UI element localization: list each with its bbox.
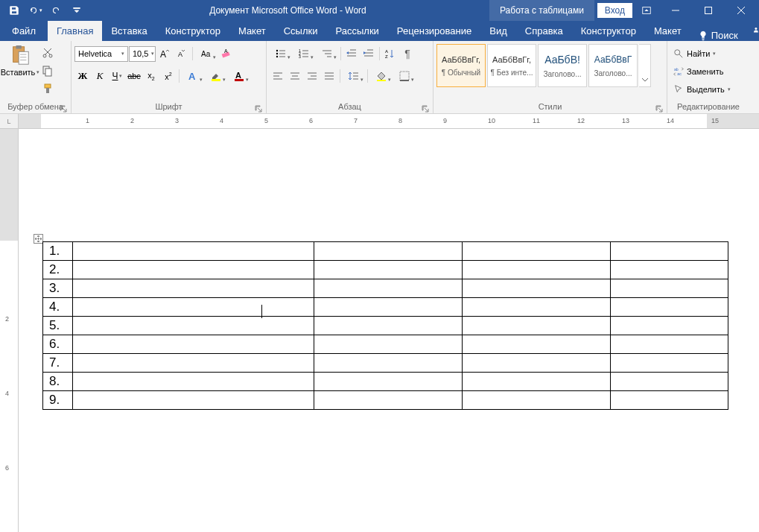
tab-home[interactable]: Главная	[48, 21, 102, 41]
style-heading1[interactable]: АаБбВ!Заголово...	[538, 44, 587, 87]
underline-button[interactable]: Ч▾	[109, 68, 125, 84]
table-cell[interactable]: 4.	[43, 298, 73, 317]
redo-button[interactable]	[46, 1, 66, 20]
table-row[interactable]: 9.	[43, 391, 728, 410]
style-normal[interactable]: АаБбВвГг,¶ Обычный	[436, 44, 486, 87]
table-cell[interactable]	[314, 261, 463, 279]
table-cell[interactable]: 8.	[43, 373, 73, 391]
grow-font-button[interactable]: A	[156, 45, 173, 62]
clipboard-launcher[interactable]	[59, 103, 68, 112]
tab-insert[interactable]: Вставка	[102, 21, 156, 41]
table-row[interactable]: 5.	[43, 317, 728, 335]
font-color-button[interactable]: A	[228, 68, 250, 84]
text-effects-button[interactable]: A	[182, 68, 204, 84]
table-cell[interactable]	[611, 354, 728, 373]
change-case-button[interactable]: Aa	[195, 45, 217, 62]
table-cell[interactable]	[463, 335, 611, 354]
minimize-button[interactable]	[661, 0, 690, 21]
shrink-font-button[interactable]: A	[174, 45, 190, 62]
style-no-spacing[interactable]: АаБбВвГг,¶ Без инте...	[487, 44, 536, 87]
table-cell[interactable]	[314, 279, 463, 298]
table-cell[interactable]	[463, 373, 611, 391]
tab-file[interactable]: Файл	[0, 21, 48, 41]
sort-button[interactable]: AZ	[382, 45, 398, 62]
horizontal-ruler[interactable]: /*ticks generated below*/ 12345678910111…	[19, 114, 759, 129]
table-row[interactable]: 2.	[43, 261, 728, 279]
bold-button[interactable]: Ж	[74, 68, 91, 84]
table-cell[interactable]	[73, 261, 314, 279]
table-cell[interactable]	[611, 373, 728, 391]
table-cell[interactable]	[611, 391, 728, 410]
page[interactable]: 1.2.3.4.5.6.7.8.9.	[19, 129, 759, 532]
format-painter-button[interactable]	[40, 81, 55, 96]
table-cell[interactable]: 9.	[43, 391, 73, 410]
borders-button[interactable]	[393, 68, 416, 84]
cut-button[interactable]	[40, 45, 55, 60]
table-cell[interactable]	[314, 373, 463, 391]
table-cell[interactable]	[73, 373, 314, 391]
table-cell[interactable]	[611, 261, 728, 279]
font-launcher[interactable]	[254, 103, 263, 112]
table-cell[interactable]	[73, 391, 314, 410]
table-cell[interactable]	[463, 261, 611, 279]
align-center-button[interactable]	[287, 68, 303, 84]
find-button[interactable]: Найти▾	[670, 45, 719, 62]
tab-help[interactable]: Справка	[516, 21, 572, 41]
bullets-button[interactable]	[270, 45, 292, 62]
font-size-select[interactable]: 10,5▾	[129, 46, 156, 62]
tab-review[interactable]: Рецензирование	[388, 21, 480, 41]
strikethrough-button[interactable]: abc	[126, 68, 142, 84]
tab-layout[interactable]: Макет	[229, 21, 275, 41]
table-cell[interactable]	[463, 391, 611, 410]
styles-launcher[interactable]	[655, 103, 664, 112]
shading-button[interactable]	[370, 68, 393, 84]
increase-indent-button[interactable]	[361, 45, 377, 62]
line-spacing-button[interactable]	[343, 68, 365, 84]
table-cell[interactable]	[73, 298, 314, 317]
share-button[interactable]: Общий доступ	[746, 19, 759, 41]
tab-design[interactable]: Конструктор	[156, 21, 229, 41]
subscript-button[interactable]: x2	[143, 68, 159, 84]
table-cell[interactable]	[463, 298, 611, 317]
numbering-button[interactable]: 123	[293, 45, 315, 62]
table-cell[interactable]	[73, 335, 314, 354]
table-row[interactable]: 4.	[43, 298, 728, 317]
tab-mailings[interactable]: Рассылки	[326, 21, 387, 41]
table-cell[interactable]	[611, 242, 728, 261]
table-cell[interactable]	[463, 242, 611, 261]
table-cell[interactable]	[611, 298, 728, 317]
maximize-button[interactable]	[693, 0, 723, 21]
align-right-button[interactable]	[304, 68, 320, 84]
table-row[interactable]: 8.	[43, 373, 728, 391]
select-button[interactable]: Выделить▾	[670, 81, 734, 98]
copy-button[interactable]	[40, 63, 55, 78]
tab-view[interactable]: Вид	[480, 21, 516, 41]
clear-formatting-button[interactable]: A	[218, 45, 235, 62]
table-cell[interactable]	[73, 354, 314, 373]
table-row[interactable]: 1.	[43, 242, 728, 261]
tab-table-layout[interactable]: Макет	[645, 21, 690, 41]
style-heading2[interactable]: АаБбВвГЗаголово...	[588, 44, 638, 87]
ribbon-display-options[interactable]	[635, 0, 658, 21]
table-cell[interactable]	[73, 279, 314, 298]
table-row[interactable]: 7.	[43, 354, 728, 373]
table-cell[interactable]	[463, 317, 611, 335]
superscript-button[interactable]: x2	[160, 68, 177, 84]
table-cell[interactable]	[314, 298, 463, 317]
table-cell[interactable]: 7.	[43, 354, 73, 373]
table-cell[interactable]	[463, 354, 611, 373]
table-cell[interactable]	[611, 279, 728, 298]
tab-references[interactable]: Ссылки	[275, 21, 327, 41]
qat-customize[interactable]	[67, 1, 86, 20]
table-cell[interactable]	[611, 317, 728, 335]
multilevel-list-button[interactable]	[316, 45, 338, 62]
tell-me-search[interactable]: Поиск	[690, 30, 746, 41]
table-cell[interactable]: 5.	[43, 317, 73, 335]
table-cell[interactable]: 1.	[43, 242, 73, 261]
highlight-button[interactable]	[205, 68, 227, 84]
table-cell[interactable]	[73, 317, 314, 335]
table-cell[interactable]: 2.	[43, 261, 73, 279]
italic-button[interactable]: К	[92, 68, 108, 84]
table-cell[interactable]	[314, 391, 463, 410]
table-cell[interactable]	[463, 279, 611, 298]
